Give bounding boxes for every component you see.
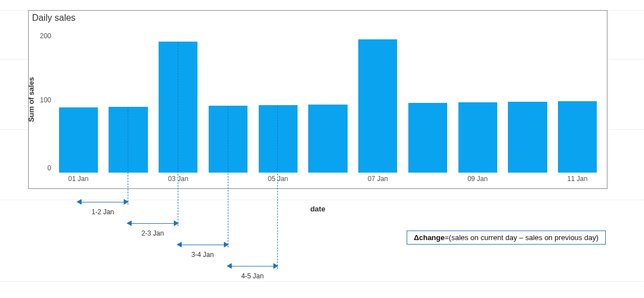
formula-delta: Δchange [414, 233, 445, 242]
y-tick: 200 [39, 32, 51, 40]
delta-arrow: 4-5 Jan [228, 261, 278, 271]
x-tick: 07 Jan [368, 175, 388, 183]
chart-frame: Daily sales Sum of sales date 0 100 200 … [28, 10, 607, 189]
delta-guide [178, 42, 178, 226]
x-tick: 11 Jan [568, 175, 588, 183]
y-tick: 100 [39, 96, 51, 104]
delta-arrow: 1-2 Jan [78, 197, 128, 207]
delta-guide [228, 106, 228, 247]
delta-label: 4-5 Jan [241, 272, 264, 280]
y-tick: 0 [39, 164, 51, 172]
bar [408, 103, 447, 173]
delta-guide [128, 107, 128, 205]
bar [59, 107, 98, 173]
delta-arrow: 3-4 Jan [178, 240, 228, 250]
bar [458, 102, 497, 173]
delta-guide [277, 106, 278, 269]
delta-label: 1-2 Jan [92, 208, 114, 216]
bar [558, 101, 597, 173]
delta-label: 2-3 Jan [141, 229, 164, 237]
page: Daily sales Sum of sales date 0 100 200 … [0, 0, 644, 298]
x-tick: 05 Jan [268, 175, 288, 183]
delta-arrow: 2-3 Jan [128, 218, 178, 228]
chart-title: Daily sales [32, 13, 75, 23]
formula-text: =(sales on current day – sales on previo… [444, 233, 598, 242]
bar [508, 102, 547, 173]
x-tick: 03 Jan [168, 175, 188, 183]
bar [308, 105, 347, 173]
plot-area: 0 100 200 01 Jan03 Jan05 Jan07 Jan09 Jan… [53, 31, 602, 173]
delta-label: 3-4 Jan [191, 251, 214, 259]
formula-box: Δchange=(sales on current day – sales on… [407, 231, 606, 245]
x-tick: 09 Jan [467, 175, 488, 183]
bar [209, 106, 247, 173]
y-axis-label: Sum of sales [27, 77, 35, 122]
bar [109, 107, 147, 173]
bar [358, 39, 397, 173]
x-tick: 01 Jan [68, 175, 88, 183]
